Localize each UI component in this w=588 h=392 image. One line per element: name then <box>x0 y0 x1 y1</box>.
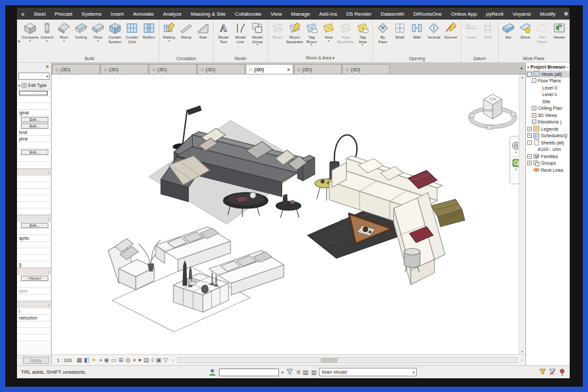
ribbon-button-curtain-system[interactable]: Curtain System <box>106 20 123 44</box>
ribbon-button-by-face[interactable]: By Face <box>374 20 391 44</box>
menu-item-onbox-app[interactable]: Onbox App <box>446 11 482 17</box>
chevron-down-icon[interactable]: ▾ <box>515 151 517 154</box>
ribbon-button-show[interactable]: Show <box>517 20 534 40</box>
drawing-area[interactable]: TOP FRONT ▾ ▾ ▲ ▼ <box>52 74 525 354</box>
menu-item-view[interactable]: View <box>266 11 286 17</box>
exclude-options-icon[interactable] <box>539 368 546 376</box>
unlocked-3d-icon[interactable]: ◍ <box>125 357 131 363</box>
tree-item-ceiling-plan[interactable]: +Ceiling Plan <box>526 105 570 112</box>
temporary-hide-isolate-icon[interactable]: ◖ <box>133 357 136 363</box>
ribbon-button-model-line[interactable]: Model Line <box>232 20 249 44</box>
ribbon-button-stair[interactable]: Stair <box>195 20 212 40</box>
menu-item-precast[interactable]: Precast <box>50 11 77 17</box>
menu-item-dirootsone[interactable]: DiRootsOne <box>409 11 447 17</box>
shadows-icon[interactable]: ◑ <box>99 357 102 363</box>
menu-item-insert[interactable]: Insert <box>106 11 128 17</box>
tree-item-elevations[interactable]: +Elevations ( <box>526 119 570 126</box>
ribbon-button-component[interactable]: Component▾ <box>22 20 39 42</box>
select-by-id-icon[interactable]: ▥ <box>311 369 317 376</box>
editable-only-worker-icon[interactable] <box>208 368 216 376</box>
detail-level-icon[interactable]: ▦ <box>76 357 82 363</box>
edit-button[interactable]: Edit... <box>21 123 48 129</box>
scrollbar-thumb[interactable] <box>321 358 338 363</box>
menu-item-manage[interactable]: Manage <box>286 11 314 17</box>
ribbon-button-model-group[interactable]: Model Group▾ <box>249 20 266 46</box>
expand-icon[interactable]: + <box>527 127 532 131</box>
parameter-row[interactable]: pline <box>17 136 51 142</box>
editable-only-toggle-icon[interactable]: ▤ <box>302 369 308 376</box>
menu-item-add-ins[interactable]: Add-Ins <box>314 11 342 17</box>
menu-item-datasmith[interactable]: Datasmith <box>376 11 409 17</box>
ribbon-button-area[interactable]: Area▾ <box>320 20 337 42</box>
tree-item-3d-views[interactable]: +3D Views <box>526 112 570 119</box>
edit-type-row[interactable]: ▾ Edit Type <box>17 81 51 90</box>
scale-control[interactable]: 1 : 100 <box>57 357 72 363</box>
project-browser-header[interactable]: ▾ Project Browser - Liv <box>526 63 570 71</box>
tree-item-groups[interactable]: +Groups <box>526 160 570 167</box>
tree-item-floor-plans[interactable]: -Floor Plans <box>526 78 570 85</box>
sun-path-icon[interactable]: ✶ <box>91 357 97 363</box>
model-white-sectional-sofa-group[interactable] <box>308 135 465 284</box>
chevron-down-icon[interactable]: ▾ <box>515 168 517 171</box>
crop-region-icon[interactable]: ⊞ <box>118 357 123 363</box>
parameter-row[interactable]: aphic <box>17 235 51 242</box>
close-tab-icon[interactable]: × <box>287 67 290 73</box>
menu-item-systems[interactable]: Systems <box>77 11 106 17</box>
edit-button[interactable]: Edit... <box>21 150 48 155</box>
group-expander-icon[interactable]: ↕ <box>48 171 50 174</box>
parameter-row[interactable]: g <box>17 261 51 268</box>
ribbon-button-ramp[interactable]: Ramp <box>178 20 195 40</box>
group-expander-icon[interactable]: ↕ <box>48 217 50 221</box>
menu-item-d5-render[interactable]: D5 Render <box>342 11 376 17</box>
ribbon-button-room-separator[interactable]: Room Separator <box>286 20 303 44</box>
view-tab-2[interactable]: ⌂{3D} <box>101 64 148 74</box>
expand-icon[interactable]: + <box>532 106 536 110</box>
menu-item-modify[interactable]: Modify <box>536 11 561 17</box>
parameter-row[interactable]: Edit... <box>17 123 51 129</box>
tree-item-sheets-all[interactable]: -Sheets (all) <box>526 139 570 146</box>
ribbon-button-tag-room[interactable]: Tag Room▾ <box>303 20 320 46</box>
tree-item-level-0[interactable]: Level 0 <box>526 84 570 91</box>
tab-list-icon[interactable]: ▾ <box>520 66 523 71</box>
edit-button[interactable]: Edit... <box>21 117 48 122</box>
menu-item-massing-site[interactable]: Massing & Site <box>186 11 230 17</box>
vertical-scrollbar[interactable]: ▲ ▼ <box>519 74 525 354</box>
chevron-down-icon[interactable]: ▾ <box>282 370 284 374</box>
ribbon-button-vertical[interactable]: Vertical <box>425 20 442 40</box>
design-option-select[interactable]: Main Model ▾ <box>319 368 417 376</box>
scroll-up-icon[interactable]: ▲ <box>521 75 524 79</box>
parameter-row[interactable]: Edit... <box>17 222 51 229</box>
parameter-row[interactable]: l <box>17 308 51 315</box>
view-cube-top-label[interactable]: TOP <box>489 97 497 101</box>
parameter-row[interactable]: <None> <box>17 275 51 282</box>
ribbon-button-ceiling[interactable]: Ceiling <box>73 20 90 40</box>
scroll-down-icon[interactable]: ▼ <box>521 350 524 353</box>
tree-item-a100-unn[interactable]: A100 - Unn <box>526 146 570 154</box>
menu-item-voyansi[interactable]: Voyansi <box>508 11 536 17</box>
ribbon-button-set[interactable]: Set <box>500 20 517 40</box>
view-tab-5[interactable]: ⌂{3D}× <box>246 64 293 74</box>
expand-icon[interactable]: + <box>527 133 532 138</box>
selection-filter-icon[interactable] <box>549 368 556 376</box>
tree-item-level-1[interactable]: Level 1 <box>526 91 570 99</box>
tree-item-schedules-q[interactable]: +Schedules/Q <box>526 133 570 140</box>
model-dark-sectional-sofa-group[interactable] <box>149 105 315 224</box>
ribbon-button-curtain-grid[interactable]: Curtain Grid <box>123 20 140 44</box>
view-tab-3[interactable]: ⌂{3D} <box>149 64 197 74</box>
parameter-row[interactable] <box>17 90 51 97</box>
view-tab-4[interactable]: ⌂{3D} <box>197 64 245 74</box>
displacement-sets-icon[interactable]: ▣ <box>156 357 162 363</box>
collapse-icon[interactable]: - <box>527 72 532 76</box>
reveal-hidden-icon[interactable]: ● <box>138 357 141 363</box>
parameter-row[interactable]: nstruction <box>17 315 51 321</box>
ribbon-button-model-text[interactable]: AModel Text <box>215 20 232 44</box>
model-lineart-sofa-group[interactable] <box>108 227 284 332</box>
status-filter-input[interactable] <box>219 368 279 376</box>
visual-style-icon[interactable]: ◧ <box>84 357 90 363</box>
panel-toggle-icon[interactable]: ▣ <box>564 11 568 16</box>
tree-item-families[interactable]: +Families <box>526 153 570 160</box>
edit-button[interactable]: <None> <box>21 276 48 281</box>
view-cube[interactable]: TOP FRONT <box>468 90 517 133</box>
type-selector[interactable]: ▾ <box>17 71 51 81</box>
menu-item-e[interactable]: e <box>17 11 29 17</box>
